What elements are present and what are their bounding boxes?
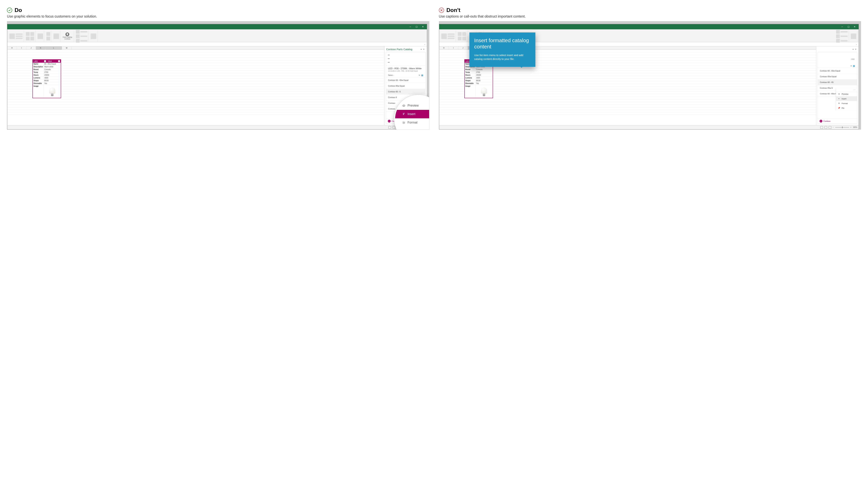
list-view-icon[interactable]: ≡ (851, 65, 852, 67)
pane-title (818, 48, 819, 51)
dont-header: Don't (439, 7, 861, 13)
maximize-button[interactable]: ▢ (414, 25, 419, 29)
inserted-table[interactable]: Lable▾ Value▾ Name60 - 65w Equal Descrip… (33, 60, 61, 98)
pane-controls[interactable]: ▾ ✕ (420, 48, 425, 51)
addin-ribbon-button[interactable]: Parts CatalogContoso (61, 30, 74, 42)
formula-bar[interactable]: ⌄ (7, 42, 427, 46)
sliders-icon: ⚙ (838, 102, 840, 104)
minimize-button[interactable]: ─ (407, 25, 413, 29)
view-mode-icon[interactable] (388, 126, 391, 129)
product-image (49, 87, 56, 96)
view-mode-icon[interactable] (820, 126, 823, 129)
insert-icon: ⇤ (838, 97, 840, 100)
svg-point-1 (404, 122, 405, 123)
check-icon (7, 8, 12, 13)
sliders-icon (402, 121, 405, 124)
insert-menu-item[interactable]: ⇤Insert (836, 96, 857, 101)
pane-footer: C Contoso (818, 118, 857, 123)
titlebar: ─ ▢ ✕ (7, 24, 427, 29)
avatar: C (388, 120, 391, 122)
pin-icon (402, 129, 405, 130)
do-title: Do (15, 7, 22, 13)
task-pane: ▾ ✕ nite ≡▦ Contoso 60 - 65w Equal (816, 46, 859, 125)
breadcrumb: LED - R30 - 2700K - Warm White (386, 65, 425, 70)
filter-dropdown-icon[interactable]: ▾ (44, 60, 46, 62)
pin-icon: 📌 (838, 107, 840, 109)
col-header[interactable]: I (17, 46, 26, 50)
do-subtitle: Use graphic elements to focus customers … (7, 14, 429, 18)
eye-icon (402, 104, 405, 107)
close-button[interactable]: ✕ (852, 25, 858, 29)
preview-menu-item[interactable]: 👁Preview (836, 92, 857, 96)
list-view-icon[interactable]: ≡ (419, 74, 420, 77)
col-header[interactable]: I (449, 46, 458, 50)
callout-body: Use list item menu to select insert and … (474, 53, 531, 61)
list-item[interactable]: Contoso 60 - 65w Equal (386, 77, 425, 83)
list-item[interactable]: Contoso 85w Equal (818, 74, 857, 79)
dont-screenshot: ─ ▢ ✕ ⌄ H (439, 21, 861, 130)
list-item[interactable]: Contoso 60 - 65w Equal (818, 68, 857, 74)
lightbulb-icon (65, 32, 69, 36)
pane-controls[interactable]: ▾ ✕ (853, 48, 857, 51)
list-item[interactable]: Contoso 60 - 6 (386, 89, 425, 94)
minimize-button[interactable]: ─ (839, 25, 845, 29)
dont-title: Don't (446, 7, 461, 13)
zoom-slider[interactable] (835, 127, 849, 128)
format-menu-item[interactable]: Format (395, 118, 429, 127)
col-header[interactable]: J (458, 46, 468, 50)
view-mode-icon[interactable] (829, 126, 831, 129)
grid-view-icon[interactable]: ▦ (421, 74, 423, 77)
ribbon: Parts CatalogContoso (7, 29, 427, 42)
callout-title: Insert formatted catalog content (474, 37, 531, 50)
eye-icon: 👁 (838, 93, 840, 95)
do-column: Do Use graphic elements to focus custome… (7, 7, 429, 130)
avatar: C (819, 120, 822, 122)
zoom-level[interactable]: 100% (853, 126, 857, 128)
x-icon (439, 8, 444, 13)
sort-icon[interactable]: ↓ (393, 74, 394, 76)
spreadsheet-grid[interactable]: H I J K L M (7, 46, 384, 125)
callout-overlay: Insert formatted catalog content Use lis… (469, 32, 535, 67)
insert-menu-item[interactable]: Insert (395, 110, 429, 118)
svg-point-2 (403, 123, 404, 124)
product-image (480, 87, 488, 96)
do-header: Do (7, 7, 429, 13)
list-item[interactable]: Contoso 60 - 65 (818, 79, 857, 85)
insert-icon (402, 113, 405, 116)
view-mode-icon[interactable] (392, 126, 395, 129)
dont-column: Don't Use captions or call-outs that obs… (439, 7, 861, 130)
close-button[interactable]: ✕ (420, 25, 426, 29)
view-mode-icon[interactable] (825, 126, 827, 129)
pane-title: Contoso Parts Catalog (386, 48, 413, 51)
maximize-button[interactable]: ▢ (845, 25, 851, 29)
pin-menu-item[interactable]: Pin (395, 127, 429, 130)
format-menu-item[interactable]: ⚙Format (836, 101, 857, 106)
col-header[interactable]: K (36, 46, 46, 50)
filter-dropdown-icon[interactable]: ▾ (58, 60, 60, 62)
col-header[interactable]: M (62, 46, 72, 50)
col-header[interactable]: H (7, 46, 17, 50)
preview-menu-item[interactable]: Preview (395, 101, 429, 110)
status-bar: − + 100% (7, 125, 427, 129)
context-menu: ··· 👁Preview ⇤Insert ⚙Format 📌Pin (836, 88, 857, 110)
pin-menu-item[interactable]: 📌Pin (836, 106, 857, 110)
svg-point-0 (403, 122, 404, 122)
col-header[interactable]: H (439, 46, 449, 50)
hamburger-icon[interactable]: ━━━ (386, 52, 425, 65)
list-item[interactable]: Contoso 85w Equal (386, 83, 425, 89)
more-icon[interactable]: ··· (836, 88, 857, 92)
col-header[interactable]: J (26, 46, 36, 50)
result-count: 16 results in LED - R30 - 60-65 Watt Equ… (386, 70, 425, 73)
excel-window: ─ ▢ ✕ Parts CatalogContoso (7, 24, 427, 129)
col-header[interactable]: L (46, 46, 62, 50)
grid-view-icon[interactable]: ▦ (853, 65, 855, 67)
status-bar: − + 100% (439, 125, 859, 129)
titlebar: ─ ▢ ✕ (439, 24, 859, 29)
do-screenshot: ─ ▢ ✕ Parts CatalogContoso (7, 21, 429, 130)
dont-subtitle: Use captions or call-outs that obstruct … (439, 14, 861, 18)
